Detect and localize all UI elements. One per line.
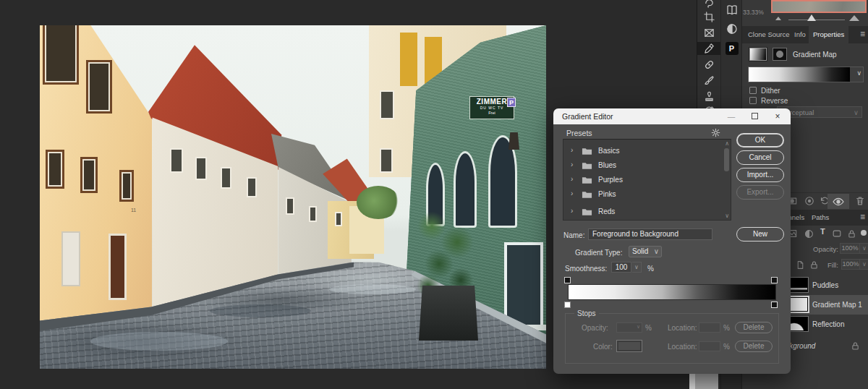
close-icon[interactable]: × xyxy=(767,108,788,124)
reverse-checkbox[interactable] xyxy=(749,97,757,104)
zoom-in-icon[interactable] xyxy=(849,15,859,21)
chevron-down-icon: ∨ xyxy=(637,324,640,330)
scrollbar-thumb[interactable] xyxy=(724,148,729,171)
preset-folder-reds[interactable]: › Reds xyxy=(563,205,723,219)
gradient-editor-bar[interactable] xyxy=(568,284,776,300)
chevron-down-icon[interactable]: ∨ xyxy=(632,262,642,273)
opacity-value[interactable]: 100% xyxy=(840,243,860,254)
document-scrollbar-corner[interactable] xyxy=(689,374,718,389)
delete-adjustment-icon[interactable] xyxy=(855,196,865,209)
window-shape xyxy=(309,206,317,222)
gradient-name-input[interactable]: Foreground to Background xyxy=(588,228,712,240)
maximize-icon[interactable] xyxy=(744,108,765,124)
zoom-slider-handle[interactable] xyxy=(807,14,816,21)
layer-thumbnail[interactable] xyxy=(788,278,808,292)
opacity-label: Opacity: xyxy=(813,245,838,253)
opacity-stop-right[interactable] xyxy=(771,277,778,283)
layer-name: Gradient Map 1 xyxy=(812,301,862,309)
chevron-right-icon: › xyxy=(571,175,573,183)
color-stop-right[interactable] xyxy=(771,302,778,308)
stops-legend: Stops xyxy=(574,309,599,317)
window-shape xyxy=(221,167,231,189)
p-panel-icon[interactable]: P xyxy=(721,42,742,55)
healing-brush-tool-icon[interactable] xyxy=(697,58,721,71)
dither-label: Dither xyxy=(761,87,780,95)
layer-thumbnail[interactable] xyxy=(788,297,808,312)
stop-location-input[interactable] xyxy=(699,341,720,351)
layer-thumbnail[interactable] xyxy=(788,317,808,331)
dialog-titlebar[interactable]: Gradient Editor — × xyxy=(553,108,791,124)
tab-properties[interactable]: Properties xyxy=(809,26,848,43)
filter-adjustment-layers-icon[interactable] xyxy=(804,228,814,241)
panel-menu-icon[interactable]: ≡ xyxy=(860,212,865,222)
cancel-button[interactable]: Cancel xyxy=(736,150,784,165)
tab-paths[interactable]: Paths xyxy=(807,210,833,226)
new-button[interactable]: New xyxy=(736,227,784,241)
navigator-thumbnail[interactable] xyxy=(771,0,867,13)
stop-color-label: Color: xyxy=(593,343,613,351)
stop-location-input[interactable] xyxy=(699,322,720,333)
tab-clone-source[interactable]: Clone Source xyxy=(744,26,794,43)
opacity-stop-left[interactable] xyxy=(564,277,571,283)
gradient-preview-dropdown[interactable]: ∨ xyxy=(748,67,864,82)
delete-stop-button[interactable]: Delete xyxy=(735,341,773,352)
tab-info[interactable]: Info xyxy=(790,26,810,43)
smoothness-input[interactable]: 100 xyxy=(611,262,631,273)
color-stop-left[interactable] xyxy=(564,302,571,308)
stop-opacity-input[interactable]: ∨ xyxy=(616,322,642,333)
clone-stamp-tool-icon[interactable] xyxy=(697,90,721,103)
libraries-icon[interactable] xyxy=(721,4,742,16)
gradient-type-dropdown[interactable]: Solid ∨ xyxy=(629,246,662,257)
scroll-up-icon[interactable]: ∧ xyxy=(725,140,729,147)
filter-shape-layers-icon[interactable] xyxy=(832,228,842,241)
lasso-tool-icon[interactable] xyxy=(697,0,721,9)
opacity-chevron[interactable]: ∨ xyxy=(859,243,868,254)
preset-folder-label: Reds xyxy=(598,208,615,215)
preset-folder-basics[interactable]: › Basics xyxy=(563,144,723,158)
window-shape xyxy=(43,25,79,85)
window-shape xyxy=(247,177,257,197)
minimize-icon[interactable]: — xyxy=(721,108,741,124)
adjustments-icon[interactable] xyxy=(721,23,742,35)
import-button[interactable]: Import... xyxy=(736,168,784,182)
crop-tool-icon[interactable] xyxy=(697,10,721,23)
filter-smart-objects-icon[interactable] xyxy=(847,228,856,241)
dither-checkbox[interactable] xyxy=(749,87,757,94)
scroll-down-icon[interactable]: ∨ xyxy=(725,213,729,219)
filter-toggle-icon[interactable] xyxy=(861,230,867,236)
preset-folder-blues[interactable]: › Blues xyxy=(563,158,723,173)
panel-menu-icon[interactable]: ≡ xyxy=(860,29,865,39)
window-shape xyxy=(195,157,207,180)
adjustment-title: Gradient Map xyxy=(793,51,837,59)
planter-shape xyxy=(419,286,478,341)
gear-icon[interactable] xyxy=(711,128,720,139)
export-button[interactable]: Export... xyxy=(736,185,784,200)
preset-folder-purples[interactable]: › Purples xyxy=(563,173,723,187)
preset-folder-pinks[interactable]: › Pinks xyxy=(563,187,723,202)
lock-pixels-icon[interactable] xyxy=(796,260,805,273)
zoom-out-icon[interactable] xyxy=(775,17,781,20)
window-shape xyxy=(380,90,394,119)
fill-value[interactable]: 100% xyxy=(841,259,860,270)
door-shape xyxy=(61,231,80,286)
filter-type-layers-icon[interactable]: T xyxy=(820,227,825,236)
house-number: 11 xyxy=(131,208,136,213)
canvas-photo[interactable]: ZIMMER DU WC TV Frei P 11 xyxy=(40,25,546,369)
window-shape xyxy=(335,212,342,226)
delete-stop-button[interactable]: Delete xyxy=(735,322,773,333)
visibility-toggle[interactable] xyxy=(827,194,849,209)
preset-folder-label: Purples xyxy=(598,176,623,184)
brush-tool-icon[interactable] xyxy=(697,74,721,87)
stop-color-swatch[interactable] xyxy=(616,340,642,352)
stop-opacity-label: Opacity: xyxy=(582,324,608,332)
frame-tool-icon[interactable] xyxy=(697,26,721,39)
zoom-slider-track[interactable] xyxy=(788,20,845,20)
window-shape xyxy=(80,157,98,193)
dialog-title: Gradient Editor xyxy=(562,112,613,121)
ok-button[interactable]: OK xyxy=(736,133,784,148)
eyedropper-tool-icon[interactable] xyxy=(697,42,721,55)
percent-sign: % xyxy=(647,265,654,273)
fill-chevron[interactable]: ∨ xyxy=(859,259,868,270)
lock-all-icon[interactable] xyxy=(809,260,819,273)
previous-state-eye-icon[interactable] xyxy=(804,196,814,209)
